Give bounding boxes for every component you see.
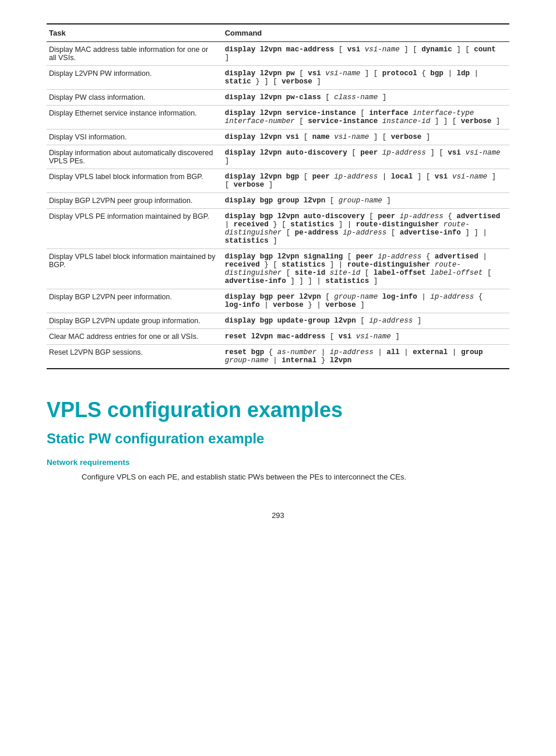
table-cell-command: display l2vpn bgp [ peer ip-address | lo… <box>223 169 509 193</box>
table-cell-command: display bgp update-group l2vpn [ ip-addr… <box>223 313 509 329</box>
table-cell-command: display l2vpn pw [ vsi vsi-name ] [ prot… <box>223 66 509 90</box>
section-title: VPLS configuration examples <box>47 397 509 422</box>
table-cell-command: reset bgp { as-number | ip-address | all… <box>223 345 509 369</box>
table-cell-command: display l2vpn pw-class [ class-name ] <box>223 90 509 106</box>
table-row: Display VPLS label block information fro… <box>47 169 509 193</box>
table-header-task: Task <box>47 24 223 42</box>
table-cell-command: display bgp peer l2vpn [ group-name log-… <box>223 289 509 313</box>
network-requirements-heading: Network requirements <box>47 458 509 467</box>
table-cell-task: Display Ethernet service instance inform… <box>47 106 223 130</box>
table-cell-command: reset l2vpn mac-address [ vsi vsi-name ] <box>223 329 509 345</box>
table-cell-task: Reset L2VPN BGP sessions. <box>47 345 223 369</box>
table-cell-task: Display BGP L2VPN update group informati… <box>47 313 223 329</box>
table-row: Display VSI information.display l2vpn vs… <box>47 130 509 145</box>
table-cell-command: display l2vpn mac-address [ vsi vsi-name… <box>223 42 509 66</box>
table-cell-command: display l2vpn auto-discovery [ peer ip-a… <box>223 145 509 169</box>
table-cell-command: display bgp l2vpn auto-discovery [ peer … <box>223 209 509 249</box>
table-cell-task: Display BGP L2VPN peer information. <box>47 289 223 313</box>
table-cell-command: display bgp group l2vpn [ group-name ] <box>223 193 509 209</box>
table-row: Display information about automatically … <box>47 145 509 169</box>
table-row: Clear MAC address entries for one or all… <box>47 329 509 345</box>
table-cell-command: display bgp l2vpn signaling [ peer ip-ad… <box>223 249 509 289</box>
table-cell-task: Display information about automatically … <box>47 145 223 169</box>
table-cell-command: display l2vpn service-instance [ interfa… <box>223 106 509 130</box>
table-row: Display VPLS PE information maintained b… <box>47 209 509 249</box>
table-header-command: Command <box>223 24 509 42</box>
table-cell-task: Display VPLS label block information fro… <box>47 169 223 193</box>
table-row: Display L2VPN PW information.display l2v… <box>47 66 509 90</box>
table-row: Display BGP L2VPN peer information.displ… <box>47 289 509 313</box>
table-cell-task: Display L2VPN PW information. <box>47 66 223 90</box>
table-row: Display BGP L2VPN update group informati… <box>47 313 509 329</box>
table-cell-task: Display PW class information. <box>47 90 223 106</box>
table-row: Reset L2VPN BGP sessions.reset bgp { as-… <box>47 345 509 369</box>
table-cell-task: Display VPLS PE information maintained b… <box>47 209 223 249</box>
table-row: Display BGP L2VPN peer group information… <box>47 193 509 209</box>
network-requirements-text: Configure VPLS on each PE, and establish… <box>82 471 509 483</box>
table-cell-task: Clear MAC address entries for one or all… <box>47 329 223 345</box>
table-row: Display Ethernet service instance inform… <box>47 106 509 130</box>
table-row: Display VPLS label block information mai… <box>47 249 509 289</box>
table-row: Display PW class information.display l2v… <box>47 90 509 106</box>
table-cell-task: Display VSI information. <box>47 130 223 145</box>
command-table: Task Command Display MAC address table i… <box>47 23 509 369</box>
table-row: Display MAC address table information fo… <box>47 42 509 66</box>
table-cell-task: Display MAC address table information fo… <box>47 42 223 66</box>
page-number: 293 <box>47 511 509 520</box>
subsection-title: Static PW configuration example <box>47 429 509 447</box>
table-cell-task: Display BGP L2VPN peer group information… <box>47 193 223 209</box>
table-cell-task: Display VPLS label block information mai… <box>47 249 223 289</box>
table-cell-command: display l2vpn vsi [ name vsi-name ] [ ve… <box>223 130 509 145</box>
